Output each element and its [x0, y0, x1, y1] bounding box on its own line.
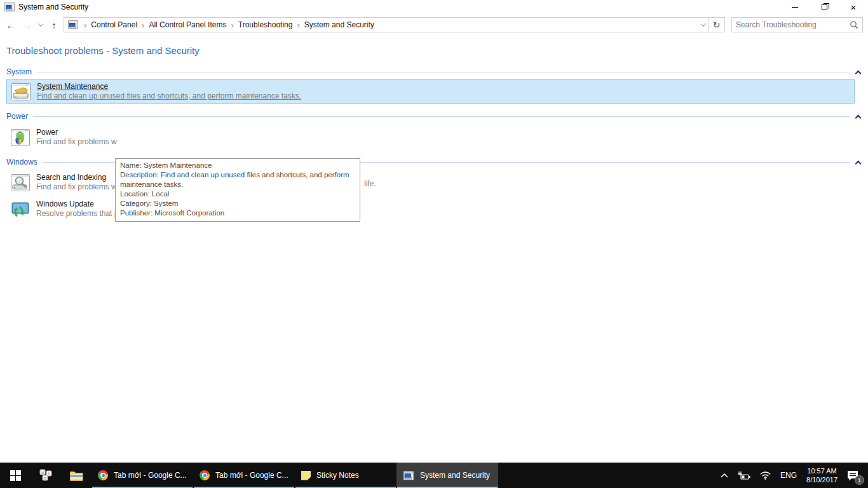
close-button[interactable]: × [839, 0, 868, 14]
section-header-system: System [6, 67, 863, 76]
windows-logo-icon [10, 470, 21, 481]
system-maintenance-description[interactable]: Find and clean up unused files and short… [37, 92, 301, 101]
section-divider [37, 72, 850, 72]
collapse-chevron-icon[interactable] [855, 114, 862, 121]
collapse-chevron-icon[interactable] [855, 70, 862, 76]
address-dropdown-icon[interactable] [701, 21, 706, 26]
taskbar-task-sticky-notes[interactable]: Sticky Notes [295, 463, 397, 488]
action-center-button[interactable]: 1 [844, 467, 864, 484]
restore-icon [822, 4, 827, 10]
network-tray-button[interactable] [757, 468, 773, 482]
sticky-notes-icon [301, 471, 311, 480]
tooltip-location: Location: Local [120, 189, 355, 199]
notification-badge: 1 [855, 475, 864, 485]
start-button[interactable] [0, 463, 31, 488]
troubleshooter-system-maintenance[interactable]: System Maintenance Find and clean up unu… [6, 79, 855, 104]
collapse-chevron-icon[interactable] [855, 160, 862, 166]
task-label: System and Security [420, 471, 490, 480]
search-box[interactable] [731, 17, 863, 32]
section-label: System [6, 67, 32, 76]
tooltip-description: Description: Find and clean up unused fi… [120, 170, 355, 189]
navigation-bar: ← → ↑ › Control Panel › All Control Pane… [0, 14, 868, 36]
breadcrumb-system-and-security[interactable]: System and Security [304, 20, 374, 29]
search-icon[interactable] [850, 20, 858, 29]
svg-text:n: n [44, 476, 46, 480]
system-tray: ENG 10:57 AM 8/10/2017 1 [718, 463, 868, 488]
taskbar-task-chrome-2[interactable]: Tab mới - Google C... [193, 463, 295, 488]
breadcrumb-separator: › [231, 20, 233, 30]
breadcrumb-all-control-panel-items[interactable]: All Control Panel Items [149, 20, 226, 29]
tooltip-category: Category: System [120, 199, 355, 208]
section-header-power: Power [6, 112, 863, 121]
page-title: Troubleshoot problems - System and Secur… [6, 45, 868, 56]
search-and-indexing-icon [10, 174, 31, 191]
control-panel-icon [4, 3, 15, 11]
forward-button[interactable]: → [19, 17, 36, 33]
task-label: Tab mới - Google C... [114, 471, 187, 480]
power-link[interactable]: Power [36, 128, 117, 137]
system-maintenance-link[interactable]: System Maintenance [37, 82, 301, 92]
svg-text:i: i [48, 471, 49, 476]
power-battery-tray-button[interactable] [735, 468, 753, 482]
chrome-icon [200, 470, 210, 480]
chrome-icon [98, 470, 108, 480]
breadcrumb-separator: › [297, 20, 299, 30]
troubleshooter-power[interactable]: Power Find and fix problems w [6, 126, 855, 149]
file-explorer-button[interactable] [61, 463, 92, 488]
input-language-button[interactable]: ENG [778, 471, 799, 480]
section-label: Power [6, 112, 28, 121]
wifi-icon [759, 471, 771, 480]
power-description[interactable]: Find and fix problems w [36, 137, 117, 147]
section-divider [33, 116, 850, 117]
power-description-tail: life. [364, 179, 376, 188]
tooltip-publisher: Publisher: Microsoft Corporation [120, 208, 355, 218]
battery-plug-icon [737, 471, 751, 480]
clock[interactable]: 10:57 AM 8/10/2017 [804, 466, 840, 484]
control-panel-icon [68, 20, 78, 29]
breadcrumb-control-panel[interactable]: Control Panel [91, 20, 137, 29]
unikey-icon: u i n [39, 469, 53, 482]
taskbar: u i n Tab mới - Google C... Tab mới - Go… [0, 463, 868, 488]
item-text: Power Find and fix problems w [36, 128, 117, 147]
back-button[interactable]: ← [3, 17, 19, 33]
tray-time: 10:57 AM [806, 466, 837, 475]
unikey-button[interactable]: u i n [31, 463, 61, 488]
windows-update-icon [10, 201, 31, 218]
address-bar[interactable]: › Control Panel › All Control Panel Item… [64, 17, 709, 32]
breadcrumb-separator: › [84, 20, 86, 30]
refresh-button[interactable]: ↻ [709, 17, 725, 32]
recent-pages-button[interactable] [36, 17, 46, 33]
minimize-icon [792, 7, 798, 8]
breadcrumb-separator: › [142, 20, 144, 30]
task-label: Tab mới - Google C... [215, 471, 288, 480]
chevron-down-icon [38, 21, 43, 26]
tray-date: 8/10/2017 [806, 475, 837, 484]
minimize-button[interactable] [780, 0, 810, 14]
svg-text:u: u [41, 470, 44, 475]
breadcrumb-troubleshooting[interactable]: Troubleshooting [238, 20, 293, 29]
item-text: System Maintenance Find and clean up unu… [37, 82, 301, 101]
section-label: Windows [6, 158, 37, 166]
task-label: Sticky Notes [316, 471, 359, 480]
window-title: System and Security [18, 3, 88, 11]
taskbar-task-chrome-1[interactable]: Tab mới - Google C... [92, 463, 193, 488]
title-bar: System and Security × [0, 0, 868, 14]
show-hidden-icons-button[interactable] [718, 470, 731, 481]
main-content: Troubleshoot problems - System and Secur… [0, 45, 868, 472]
tooltip-name: Name: System Maintenance [120, 161, 355, 170]
tooltip-system-maintenance: Name: System Maintenance Description: Fi… [115, 158, 360, 222]
close-icon: × [851, 3, 857, 12]
power-icon [10, 129, 31, 146]
chevron-up-icon [720, 472, 729, 478]
taskbar-task-system-and-security[interactable]: System and Security [397, 463, 498, 488]
up-button[interactable]: ↑ [46, 17, 62, 33]
system-maintenance-icon [11, 83, 31, 100]
search-input[interactable] [736, 20, 850, 29]
control-panel-icon [403, 471, 414, 480]
file-explorer-icon [70, 470, 83, 481]
restore-button[interactable] [810, 0, 839, 14]
